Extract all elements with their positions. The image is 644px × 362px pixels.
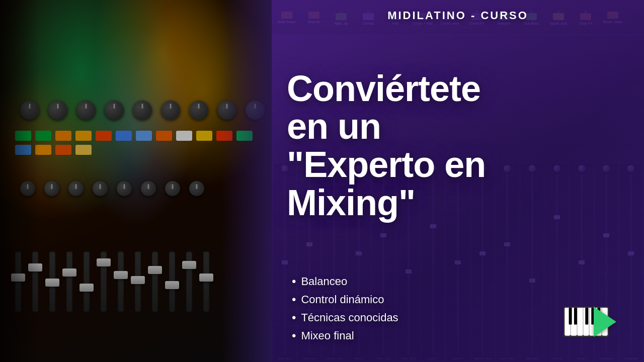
right-content: MIDILATINO - CURSO Conviértete en un "Ex… (272, 0, 644, 362)
title-line-4: Mixing" (287, 183, 415, 223)
bullet-list: Balanceo Control dinámico Técnicas conoc… (292, 275, 398, 347)
piano-key-d (571, 308, 577, 336)
title-line-2: en un (287, 106, 381, 146)
left-panel (0, 0, 272, 362)
bullet-item-4: Mixeo final (292, 329, 398, 343)
midilatino-logo (564, 307, 624, 347)
bullet-item-3: Técnicas conocidas (292, 311, 398, 325)
title-line-1: Conviértete (287, 68, 480, 109)
right-panel: Beat Snare Beat All 14 Attac..ap 15 Chor… (272, 0, 644, 362)
subtitle-bar: MIDILATINO - CURSO (272, 0, 644, 27)
subtitle-text: MIDILATINO - CURSO (387, 9, 528, 22)
main-title-container: Conviértete en un "Experto en Mixing" (272, 27, 644, 264)
piano-key-c (565, 308, 571, 336)
bullet-item-1: Balanceo (292, 275, 398, 289)
main-title-text: Conviértete en un "Experto en Mixing" (287, 70, 486, 222)
main-container: Beat Snare Beat All 14 Attac..ap 15 Chor… (0, 0, 644, 362)
logo-wrapper (564, 307, 609, 337)
bottom-section: Balanceo Control dinámico Técnicas conoc… (272, 264, 644, 362)
title-line-3: "Experto en (287, 144, 486, 185)
panel-transition (221, 0, 272, 362)
bullet-item-2: Control dinámico (292, 293, 398, 307)
play-button-triangle (594, 307, 616, 337)
piano-key-e (577, 308, 583, 336)
mixer-background (0, 0, 272, 362)
piano-key-f (583, 308, 589, 336)
left-vignette (0, 0, 40, 362)
